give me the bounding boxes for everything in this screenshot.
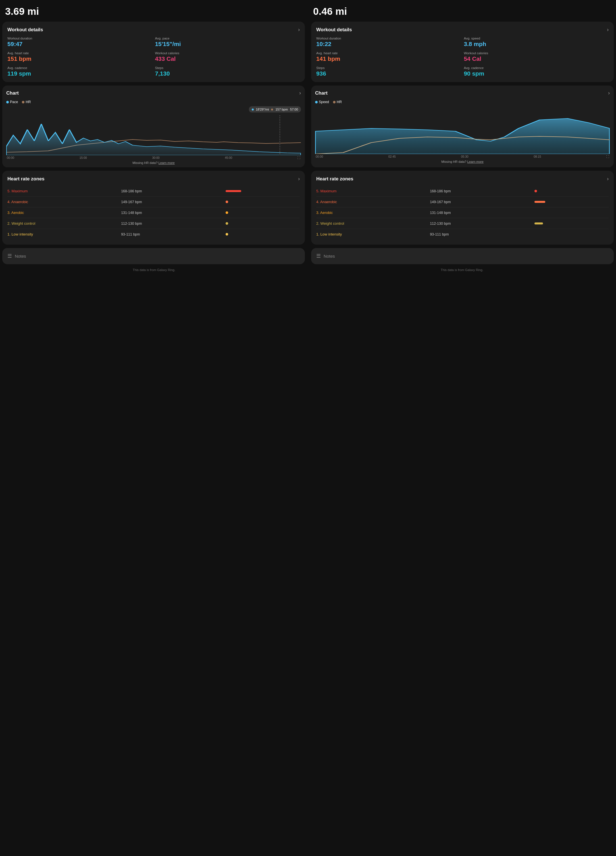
r-workout-label-calories: Workout calories (464, 51, 609, 55)
left-hr-zones-header: Heart rate zones › (8, 176, 300, 182)
left-workout-chevron[interactable]: › (298, 27, 300, 33)
right-zone-1: 1. Low intensity 93-111 bpm (316, 229, 608, 240)
left-legend-hr: HR (22, 100, 31, 104)
right-header: 0.46 mi (308, 0, 616, 20)
workout-value-steps: 7,130 (155, 70, 170, 77)
right-zone-4-bar (534, 201, 545, 203)
expand-icon[interactable]: ⛶ (297, 156, 300, 159)
workout-value-hr: 151 bpm (8, 55, 31, 62)
right-workout-grid: Workout duration 10:22 Avg. speed 3.8 mp… (316, 37, 608, 77)
xaxis-0: 00:00 (7, 156, 14, 159)
left-zone-4-name: 4. Anaerobic (8, 200, 119, 204)
right-zone-3-name: 3. Aerobic (316, 211, 428, 215)
left-chart-learn-more[interactable]: Learn more (159, 161, 175, 165)
left-notes-label: Notes (15, 254, 26, 259)
right-chart-learn-more[interactable]: Learn more (467, 160, 484, 163)
r-workout-item-calories: Workout calories 54 Cal (464, 51, 609, 62)
left-zone-2: 2. Weight control 112-130 bpm (8, 218, 300, 229)
left-zone-3-range: 131-148 bpm (121, 211, 223, 215)
left-zone-1: 1. Low intensity 93-111 bpm (8, 229, 300, 240)
workout-label-duration: Workout duration (8, 37, 152, 40)
r-workout-value-speed: 3.8 mph (464, 41, 487, 47)
right-hr-zones-title: Heart rate zones (316, 176, 353, 182)
workout-label-calories: Workout calories (155, 51, 300, 55)
left-zone-1-name: 1. Low intensity (8, 232, 119, 236)
right-chart-xaxis: 00:00 02:45 05:30 08:15 ⛶ (315, 155, 610, 158)
right-chart-footer: Missing HR data? Learn more (315, 160, 610, 163)
top-headers: 3.69 mi 0.46 mi (0, 0, 616, 20)
pace-legend-dot (6, 101, 9, 103)
right-hr-zones-chevron[interactable]: › (607, 176, 608, 182)
workout-item-duration: Workout duration 59:47 (8, 37, 152, 48)
left-zone-2-range: 112-130 bpm (121, 222, 223, 226)
xaxis-1: 15:00 (80, 156, 87, 159)
left-zone-4-dot (226, 200, 228, 203)
workout-item-pace: Avg. pace 15'15"/mi (155, 37, 300, 48)
right-zone-1-name: 1. Low intensity (316, 232, 428, 236)
workout-item-cadence: Avg. cadence 119 spm (8, 66, 152, 77)
r-workout-value-steps: 936 (316, 70, 326, 77)
right-chart-header: Chart › (315, 90, 610, 96)
r-workout-value-cadence: 90 spm (464, 70, 484, 77)
main-container: 3.69 mi 0.46 mi Workout details › Workou… (0, 0, 616, 275)
r-hr-legend-label: HR (337, 100, 342, 104)
hr-legend-label: HR (26, 100, 31, 104)
r-workout-item-duration: Workout duration 10:22 (316, 37, 461, 48)
r-hr-legend-dot (333, 101, 336, 103)
r-workout-label-duration: Workout duration (316, 37, 461, 40)
r-expand-icon[interactable]: ⛶ (606, 155, 609, 158)
workout-label-hr: Avg. heart rate (8, 51, 152, 55)
left-chart-chevron[interactable]: › (299, 90, 301, 96)
left-zone-5-name: 5. Maximum (8, 189, 119, 193)
divider-4 (307, 246, 309, 266)
right-zone-4-range: 149-167 bpm (430, 200, 532, 204)
left-zone-1-range: 93-111 bpm (121, 232, 223, 236)
divider-1 (307, 20, 309, 84)
right-footer-text: This data is from Galaxy Ring. (308, 266, 616, 275)
left-zone-5-range: 168-186 bpm (121, 189, 223, 193)
r-xaxis-0: 00:00 (316, 155, 323, 158)
r-workout-item-steps: Steps 936 (316, 66, 461, 77)
right-notes-card[interactable]: ☰ Notes (311, 248, 614, 264)
left-zone-3-dot (226, 211, 228, 214)
left-workout-grid: Workout duration 59:47 Avg. pace 15'15"/… (8, 37, 300, 77)
left-notes-icon: ☰ (8, 253, 12, 259)
right-workout-card: Workout details › Workout duration 10:22… (311, 22, 614, 82)
right-zone-5-range: 168-186 bpm (430, 189, 532, 193)
workout-item-steps: Steps 7,130 (155, 66, 300, 77)
pace-legend-label: Pace (10, 100, 18, 104)
workout-label-steps: Steps (155, 66, 300, 69)
right-chart-area (315, 114, 610, 154)
charts-row: Chart › Pace HR 18'29"/mi 157 bpm (0, 84, 616, 169)
left-chart-footer: Missing HR data? Learn more (6, 161, 301, 165)
right-zone-2-bar (534, 222, 543, 225)
right-chart-card: Chart › Speed HR (311, 86, 614, 167)
right-workout-chevron[interactable]: › (607, 27, 608, 33)
right-chart-chevron[interactable]: › (608, 90, 610, 96)
tooltip-hr: 157 bpm (275, 108, 288, 111)
left-chart-card: Chart › Pace HR 18'29"/mi 157 bpm (2, 86, 305, 167)
left-zone-5-bar-container (226, 190, 300, 192)
r-workout-value-hr: 141 bpm (316, 55, 340, 62)
r-xaxis-1: 02:45 (388, 155, 396, 158)
tooltip-hr-dot (271, 109, 273, 111)
r-workout-item-hr: Avg. heart rate 141 bpm (316, 51, 461, 62)
left-chart-xaxis: 00:00 15:00 30:00 45:00 ⛶ (6, 156, 301, 159)
r-xaxis-3: 08:15 (534, 155, 541, 158)
left-zone-4-bar-container (226, 200, 300, 203)
left-zone-1-bar-container (226, 233, 300, 236)
workout-value-calories: 433 Cal (155, 55, 176, 62)
right-zone-5-bar-container (534, 190, 608, 192)
left-notes-card[interactable]: ☰ Notes (2, 248, 305, 264)
workout-value-cadence: 119 spm (8, 70, 31, 77)
right-hr-zones-card: Heart rate zones › 5. Maximum 168-186 bp… (311, 171, 614, 245)
right-zone-4-bar-container (534, 201, 608, 203)
left-zone-3: 3. Aerobic 131-148 bpm (8, 207, 300, 218)
divider-2 (307, 84, 309, 169)
left-chart-svg (6, 115, 301, 155)
left-hr-zones-chevron[interactable]: › (298, 176, 300, 182)
hr-legend-dot (22, 101, 25, 103)
workout-item-hr: Avg. heart rate 151 bpm (8, 51, 152, 62)
right-legend-hr: HR (333, 100, 342, 104)
workout-label-pace: Avg. pace (155, 37, 300, 40)
